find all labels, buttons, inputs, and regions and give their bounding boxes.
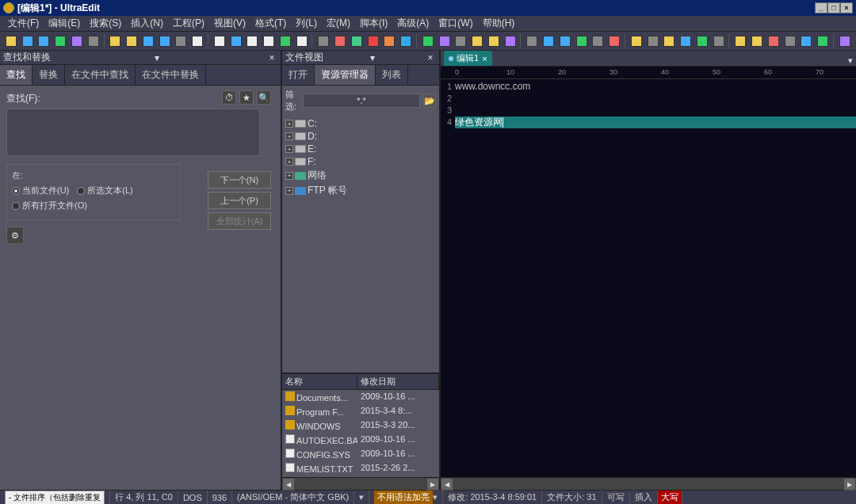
code-line[interactable]: [455, 93, 856, 105]
status-down-icon[interactable]: ▾: [354, 491, 369, 504]
close-panel-icon[interactable]: ×: [425, 52, 436, 63]
toolbar-button[interactable]: [228, 33, 244, 49]
menu-item[interactable]: 工程(P): [168, 15, 209, 32]
browse-folder-button[interactable]: 📂: [423, 94, 436, 108]
find-tab[interactable]: 替换: [32, 65, 65, 85]
menu-item[interactable]: 搜索(S): [85, 15, 126, 32]
toolbar-button[interactable]: [661, 33, 677, 49]
find-action-button[interactable]: 上一个(P): [208, 192, 271, 209]
menu-item[interactable]: 脚本(I): [355, 15, 392, 32]
toolbar-button[interactable]: [503, 33, 518, 49]
scope-radio[interactable]: 所选文本(L): [77, 185, 132, 197]
toolbar-button[interactable]: [557, 33, 573, 49]
menu-item[interactable]: 宏(M): [322, 15, 355, 32]
toolbar-button[interactable]: [590, 33, 606, 49]
menu-item[interactable]: 文件(F): [3, 15, 44, 32]
editor-tab[interactable]: 编辑1 ×: [444, 51, 492, 66]
toolbar-button[interactable]: [815, 33, 831, 49]
menu-item[interactable]: 高级(A): [392, 15, 434, 32]
toolbar-button[interactable]: [629, 33, 644, 49]
editor-hscroll[interactable]: ◀ ▶: [441, 477, 856, 490]
menu-item[interactable]: 视图(V): [209, 15, 250, 32]
toolbar-button[interactable]: [244, 33, 260, 49]
find-tab[interactable]: 查找: [0, 65, 32, 85]
menu-item[interactable]: 窗口(W): [434, 15, 477, 32]
file-view-tab[interactable]: 资源管理器: [315, 65, 376, 85]
toolbar-button[interactable]: [420, 33, 436, 49]
file-view-tab[interactable]: 打开: [282, 65, 315, 85]
toolbar-button[interactable]: [782, 33, 798, 49]
file-row[interactable]: WINDOWS2015-3-3 20...: [282, 418, 439, 433]
expand-icon[interactable]: +: [285, 145, 293, 153]
toolbar-button[interactable]: [69, 33, 85, 49]
toolbar-button[interactable]: [86, 33, 101, 49]
toolbar-button[interactable]: [381, 33, 397, 49]
editor-area[interactable]: 1234 www.downcc.com绿色资源网: [441, 79, 856, 477]
toolbar-button[interactable]: [574, 33, 590, 49]
expand-icon[interactable]: +: [285, 158, 293, 166]
toolbar-button[interactable]: [678, 33, 694, 49]
scroll-left-icon[interactable]: ◀: [441, 478, 453, 491]
filter-input[interactable]: [303, 94, 420, 108]
code-area[interactable]: www.downcc.com绿色资源网: [453, 79, 856, 477]
toolbar-button[interactable]: [315, 33, 331, 49]
toolbar-button[interactable]: [732, 33, 748, 49]
toolbar-button[interactable]: [261, 33, 277, 49]
col-name[interactable]: 名称: [282, 374, 357, 389]
find-tab[interactable]: 在文件中查找: [65, 65, 136, 85]
minimize-button[interactable]: _: [815, 2, 827, 13]
file-row[interactable]: Documents...2009-10-16 ...: [282, 390, 439, 404]
toolbar-button[interactable]: [52, 33, 68, 49]
toolbar-button[interactable]: [107, 33, 123, 49]
toolbar-button[interactable]: [486, 33, 502, 49]
toolbar-button[interactable]: [294, 33, 310, 49]
find-action-button[interactable]: 下一个(N): [208, 171, 271, 189]
toolbar-button[interactable]: [606, 33, 622, 49]
file-row[interactable]: Program F...2015-3-4 8:...: [282, 404, 439, 418]
tree-item[interactable]: +D:: [285, 130, 436, 143]
scope-radio[interactable]: 所有打开文件(O): [12, 200, 87, 212]
toolbar-button[interactable]: [349, 33, 365, 49]
toolbar-button[interactable]: [189, 33, 205, 49]
find-option-icon[interactable]: ★: [239, 90, 254, 105]
close-button[interactable]: ×: [840, 2, 853, 13]
toolbar-button[interactable]: [36, 33, 52, 49]
tree-item[interactable]: +C:: [285, 117, 436, 130]
file-row[interactable]: AUTOEXEC.BAT2009-10-16 ...: [282, 433, 439, 447]
toolbar-button[interactable]: [694, 33, 710, 49]
menu-item[interactable]: 插入(N): [126, 15, 168, 32]
menu-item[interactable]: 编辑(E): [44, 15, 85, 32]
toolbar-button[interactable]: [277, 33, 293, 49]
expand-icon[interactable]: +: [285, 132, 293, 140]
close-tab-icon[interactable]: ×: [482, 54, 487, 63]
tree-item[interactable]: +FTP 帐号: [285, 183, 436, 198]
menu-item[interactable]: 帮助(H): [478, 15, 520, 32]
find-option-icon[interactable]: 🔍: [257, 90, 271, 105]
chevron-down-icon[interactable]: ▾: [848, 55, 853, 66]
scroll-right-icon[interactable]: ▶: [426, 478, 439, 491]
scroll-right-icon[interactable]: ▶: [843, 478, 856, 491]
tree-item[interactable]: +网络: [285, 168, 436, 183]
toolbar-button[interactable]: [398, 33, 414, 49]
code-line[interactable]: www.downcc.com: [455, 81, 856, 93]
status-dropdown[interactable]: - 文件排序（包括删除重复: [5, 491, 105, 505]
close-panel-icon[interactable]: ×: [266, 52, 277, 63]
find-action-button[interactable]: 全部统计(A): [208, 212, 271, 230]
find-input[interactable]: [6, 109, 260, 156]
toolbar-button[interactable]: [437, 33, 453, 49]
toolbar-button[interactable]: [798, 33, 814, 49]
toolbar-button[interactable]: [645, 33, 661, 49]
toolbar-button[interactable]: [837, 33, 853, 49]
file-view-tab[interactable]: 列表: [376, 65, 408, 85]
toolbar-button[interactable]: [453, 33, 468, 49]
toolbar-button[interactable]: [365, 33, 381, 49]
toolbar-button[interactable]: [212, 33, 227, 49]
toolbar-button[interactable]: [749, 33, 765, 49]
chevron-down-icon[interactable]: ▾: [155, 52, 159, 63]
toolbar-button[interactable]: [711, 33, 727, 49]
toolbar-button[interactable]: [173, 33, 189, 49]
settings-gear-button[interactable]: ⚙: [6, 227, 24, 244]
toolbar-button[interactable]: [469, 33, 485, 49]
menu-item[interactable]: 格式(T): [250, 15, 291, 32]
toolbar-button[interactable]: [140, 33, 156, 49]
